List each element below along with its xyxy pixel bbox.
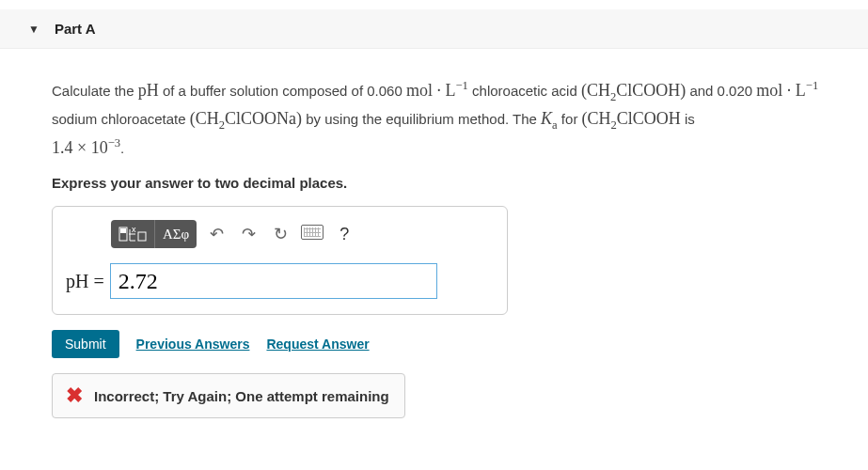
prompt-text: sodium chloroacetate: [52, 111, 190, 127]
previous-answers-link[interactable]: Previous Answers: [136, 337, 250, 352]
unit-molL: mol · L: [406, 81, 456, 100]
collapse-caret-icon: ▼: [28, 23, 39, 36]
answer-panel: x ΑΣφ ↶ ↷ ↻ ? pH =: [52, 206, 508, 315]
answer-input[interactable]: [110, 263, 437, 299]
question-prompt: Calculate the pH of a buffer solution co…: [52, 77, 823, 162]
formula-salt: (CH: [190, 109, 219, 128]
var-Ka: K: [541, 109, 552, 128]
prompt-text: is: [681, 111, 695, 127]
feedback-box: ✖ Incorrect; Try Again; One attempt rema…: [52, 373, 405, 418]
sup-neg3: −3: [108, 136, 120, 149]
equation-toolbar: x ΑΣφ ↶ ↷ ↻ ?: [66, 220, 494, 248]
svg-text:x: x: [132, 226, 136, 234]
help-icon[interactable]: ?: [332, 225, 356, 244]
prompt-text: Calculate the: [52, 83, 138, 99]
feedback-text: Incorrect; Try Again; One attempt remain…: [94, 388, 389, 404]
formula-acid: (CH: [581, 81, 610, 100]
answer-label: pH =: [66, 271, 104, 292]
sup-neg1: −1: [806, 79, 818, 92]
templates-button[interactable]: x: [111, 220, 155, 248]
keyboard-icon[interactable]: [300, 225, 324, 244]
template-icon: x: [118, 226, 147, 243]
svg-rect-1: [120, 228, 126, 233]
unit-molL: mol · L: [756, 81, 806, 100]
reset-icon[interactable]: ↻: [268, 224, 292, 244]
ka-value: 1.4 × 10: [52, 138, 108, 157]
sup-neg1: −1: [455, 79, 467, 92]
instruction: Express your answer to two decimal place…: [52, 175, 823, 191]
submit-button[interactable]: Submit: [52, 330, 119, 358]
symbols-button[interactable]: ΑΣφ: [155, 220, 197, 248]
redo-icon[interactable]: ↷: [236, 224, 260, 244]
prompt-text: .: [120, 140, 124, 156]
part-header[interactable]: ▼ Part A: [0, 9, 868, 49]
prompt-text: by using the equilibrium method. The: [302, 111, 541, 127]
undo-icon[interactable]: ↶: [204, 224, 229, 244]
formula-salt: ClCOONa): [225, 109, 302, 128]
incorrect-icon: ✖: [66, 385, 83, 406]
prompt-text: chloroacetic acid: [468, 83, 581, 99]
svg-rect-3: [138, 232, 146, 241]
prompt-text: for: [558, 111, 582, 127]
formula-acid: ClCOOH): [616, 81, 686, 100]
var-pH: pH: [138, 81, 159, 100]
request-answer-link[interactable]: Request Answer: [266, 337, 369, 352]
formula-acid2: (CH: [582, 109, 611, 128]
prompt-text: and 0.020: [686, 83, 752, 99]
part-title: Part A: [55, 21, 96, 37]
prompt-text: of a buffer solution composed of 0.060: [159, 83, 406, 99]
